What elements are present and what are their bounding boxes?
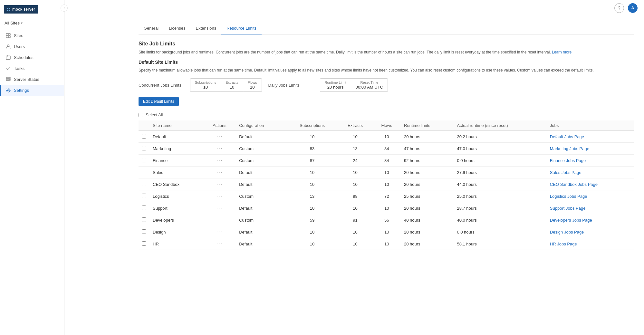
row-jobs[interactable]: Support Jobs Page bbox=[547, 202, 634, 214]
row-runtime-limits: 20 hours bbox=[401, 226, 454, 238]
subscriptions-label: Subscriptions bbox=[195, 81, 216, 84]
sidebar-nav: Sites Users Schedules Tasks Server Statu… bbox=[0, 30, 64, 96]
row-checkbox[interactable] bbox=[142, 206, 146, 210]
sidebar-item-settings[interactable]: Settings bbox=[0, 85, 64, 96]
row-actions[interactable]: ··· bbox=[203, 214, 236, 226]
actions-menu-button[interactable]: ··· bbox=[216, 158, 223, 163]
schedules-icon bbox=[5, 55, 11, 60]
row-jobs[interactable]: Design Jobs Page bbox=[547, 226, 634, 238]
jobs-page-link: Design Jobs Page bbox=[550, 230, 584, 235]
row-jobs[interactable]: Finance Jobs Page bbox=[547, 155, 634, 167]
actions-menu-button[interactable]: ··· bbox=[216, 229, 223, 235]
row-checkbox[interactable] bbox=[142, 229, 146, 234]
row-actions[interactable]: ··· bbox=[203, 131, 236, 143]
row-actions[interactable]: ··· bbox=[203, 238, 236, 250]
extracts-cell: Extracts 10 bbox=[221, 79, 243, 91]
actions-menu-button[interactable]: ··· bbox=[216, 146, 223, 151]
row-jobs[interactable]: Developers Jobs Page bbox=[547, 214, 634, 226]
row-actions[interactable]: ··· bbox=[203, 155, 236, 167]
help-icon: ? bbox=[618, 5, 620, 11]
row-checkbox-cell bbox=[139, 155, 149, 167]
user-avatar[interactable]: A bbox=[628, 3, 638, 13]
select-all-control[interactable]: Select All bbox=[139, 112, 634, 117]
select-all-label: Select All bbox=[146, 112, 163, 117]
reset-time-cell: Reset Time 00:00 AM UTC bbox=[351, 79, 388, 91]
actions-menu-button[interactable]: ··· bbox=[216, 134, 223, 139]
row-jobs[interactable]: Default Jobs Page bbox=[547, 131, 634, 143]
tab-licenses[interactable]: Licenses bbox=[164, 23, 190, 34]
th-runtime-limits: Runtime limits bbox=[401, 120, 454, 131]
sidebar-item-sites[interactable]: Sites bbox=[0, 30, 64, 41]
row-jobs[interactable]: Logistics Jobs Page bbox=[547, 190, 634, 202]
svg-rect-5 bbox=[6, 56, 10, 59]
row-actual-runtime: 0.0 hours bbox=[454, 226, 546, 238]
reset-time-value: 00:00 AM UTC bbox=[356, 85, 383, 90]
actions-menu-button[interactable]: ··· bbox=[216, 169, 223, 175]
row-runtime-limits: 40 hours bbox=[401, 214, 454, 226]
sidebar-item-tasks[interactable]: Tasks bbox=[0, 63, 64, 74]
sidebar-collapse-button[interactable]: ‹ bbox=[61, 5, 68, 12]
site-selector-label: All Sites bbox=[5, 21, 20, 25]
row-checkbox[interactable] bbox=[142, 158, 146, 162]
content-area: General Licenses Extensions Resource Lim… bbox=[129, 16, 644, 335]
site-selector[interactable]: All Sites ▾ bbox=[0, 19, 64, 29]
section-desc: Site limits for background jobs and runt… bbox=[139, 49, 634, 55]
users-icon bbox=[5, 44, 11, 49]
actions-menu-button[interactable]: ··· bbox=[216, 217, 223, 223]
actions-menu-button[interactable]: ··· bbox=[216, 181, 223, 187]
row-jobs[interactable]: HR Jobs Page bbox=[547, 238, 634, 250]
row-checkbox[interactable] bbox=[142, 194, 146, 198]
row-jobs[interactable]: Marketing Jobs Page bbox=[547, 143, 634, 155]
learn-more-link[interactable]: Learn more bbox=[552, 50, 572, 54]
th-extracts: Extracts bbox=[338, 120, 372, 131]
row-actions[interactable]: ··· bbox=[203, 190, 236, 202]
row-checkbox[interactable] bbox=[142, 170, 146, 174]
help-button[interactable]: ? bbox=[614, 3, 624, 13]
row-configuration: Default bbox=[236, 178, 286, 190]
row-checkbox[interactable] bbox=[142, 146, 146, 150]
row-checkbox-cell bbox=[139, 226, 149, 238]
table-row: CEO Sandbox ··· Default 10 10 10 20 hour… bbox=[139, 178, 634, 190]
row-actions[interactable]: ··· bbox=[203, 202, 236, 214]
row-jobs[interactable]: CEO Sandbox Jobs Page bbox=[547, 178, 634, 190]
row-runtime-limits: 92 hours bbox=[401, 155, 454, 167]
row-subscriptions: 87 bbox=[287, 155, 338, 167]
actions-menu-button[interactable]: ··· bbox=[216, 241, 223, 246]
row-jobs[interactable]: Sales Jobs Page bbox=[547, 167, 634, 178]
select-all-checkbox[interactable] bbox=[139, 113, 143, 117]
row-checkbox-cell bbox=[139, 238, 149, 250]
row-checkbox[interactable] bbox=[142, 134, 146, 139]
row-actions[interactable]: ··· bbox=[203, 143, 236, 155]
logo-dots-icon bbox=[7, 8, 10, 11]
th-actions: Actions bbox=[203, 120, 236, 131]
row-actions[interactable]: ··· bbox=[203, 167, 236, 178]
tab-general[interactable]: General bbox=[139, 23, 164, 34]
row-subscriptions: 10 bbox=[287, 226, 338, 238]
row-site-name: Marketing bbox=[149, 143, 203, 155]
row-checkbox[interactable] bbox=[142, 241, 146, 246]
row-actual-runtime: 40.0 hours bbox=[454, 214, 546, 226]
sidebar-item-users[interactable]: Users bbox=[0, 41, 64, 52]
runtime-limit-cell: Runtime Limit 20 hours bbox=[320, 79, 351, 91]
svg-rect-0 bbox=[6, 34, 8, 35]
svg-point-8 bbox=[9, 78, 10, 78]
actions-menu-button[interactable]: ··· bbox=[216, 205, 223, 211]
runtime-limit-value: 20 hours bbox=[325, 85, 346, 90]
row-configuration: Default bbox=[236, 131, 286, 143]
table-row: Logistics ··· Custom 13 98 72 25 hours 2… bbox=[139, 190, 634, 202]
row-subscriptions: 10 bbox=[287, 178, 338, 190]
row-site-name: Support bbox=[149, 202, 203, 214]
row-actions[interactable]: ··· bbox=[203, 178, 236, 190]
subscriptions-value: 10 bbox=[195, 85, 216, 90]
row-actions[interactable]: ··· bbox=[203, 226, 236, 238]
edit-default-limits-button[interactable]: Edit Default Limits bbox=[139, 97, 179, 106]
row-checkbox[interactable] bbox=[142, 182, 146, 186]
row-flows: 84 bbox=[373, 155, 401, 167]
tab-extensions[interactable]: Extensions bbox=[191, 23, 222, 34]
sidebar-item-server-status[interactable]: Server Status bbox=[0, 74, 64, 85]
sidebar-item-schedules[interactable]: Schedules bbox=[0, 52, 64, 63]
row-checkbox[interactable] bbox=[142, 217, 146, 222]
row-flows: 10 bbox=[373, 178, 401, 190]
tab-resource-limits[interactable]: Resource Limits bbox=[221, 23, 262, 34]
actions-menu-button[interactable]: ··· bbox=[216, 193, 223, 199]
